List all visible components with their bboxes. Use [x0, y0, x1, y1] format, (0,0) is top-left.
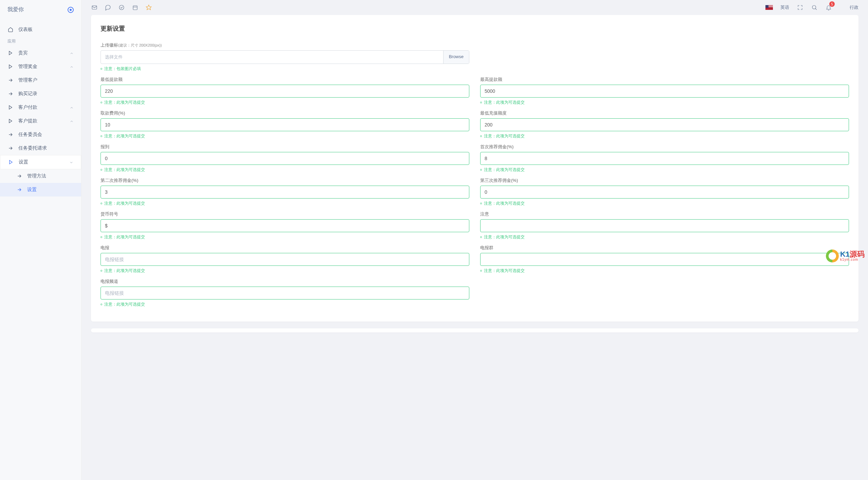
field-note: 注意：此项为可选提交: [480, 167, 849, 173]
checkin-label: 报到: [101, 144, 469, 150]
settings-card: 更新设置 上传徽标(建议：尺寸 200X200(px)) 选择文件 Browse…: [91, 15, 858, 322]
nav-label: 设置: [19, 159, 65, 165]
nav-label: 客户提款: [18, 118, 65, 124]
checkin-group: [101, 152, 469, 165]
min-withdraw-group: [101, 85, 469, 98]
currency-label: 货币符号: [101, 211, 469, 217]
max-withdraw-input[interactable]: [481, 85, 840, 97]
min-withdraw-label: 最低提款额: [101, 76, 469, 83]
fullscreen-icon[interactable]: [797, 4, 803, 11]
calendar-icon[interactable]: [132, 4, 139, 11]
telegram-group-label: 电报群: [480, 245, 849, 251]
arrow-icon: [16, 187, 22, 192]
flag-icon: [765, 5, 773, 10]
telegram-group-input[interactable]: [481, 253, 840, 265]
nav-label: 管理奖金: [18, 64, 65, 70]
sidebar-header: 我爱你: [0, 0, 81, 19]
nav-label: 贵宾: [18, 50, 65, 56]
admin-label[interactable]: 行政: [850, 4, 858, 11]
telegram-group: [101, 253, 469, 266]
check-icon: [461, 220, 469, 226]
second-ref-input[interactable]: [101, 186, 461, 198]
second-ref-group: [101, 186, 469, 199]
telegram-input[interactable]: [101, 253, 461, 265]
browse-button[interactable]: Browse: [443, 51, 469, 64]
language-label[interactable]: 英语: [780, 4, 789, 11]
notice-input[interactable]: [481, 220, 840, 232]
nav-settings-sub[interactable]: 设置: [0, 183, 81, 196]
upload-label: 上传徽标(建议：尺寸 200X200(px)): [101, 42, 469, 48]
svg-marker-1: [9, 65, 12, 69]
field-note: 注意：此项为可选提交: [101, 302, 469, 307]
arrow-icon: [7, 132, 14, 137]
field-note: 注意：此项为可选提交: [101, 268, 469, 274]
mail-icon[interactable]: [91, 4, 98, 11]
check-circle-icon[interactable]: [118, 4, 125, 11]
nav-settings[interactable]: 设置: [0, 155, 81, 169]
svg-point-12: [119, 5, 124, 10]
third-ref-label: 第三次推荐佣金(%): [480, 177, 849, 184]
target-icon[interactable]: [68, 7, 74, 13]
nav-label: 任务委托请求: [18, 145, 74, 151]
field-note: 注意：此项为可选提交: [101, 167, 469, 173]
nav-requests[interactable]: 任务委托请求: [0, 141, 81, 155]
nav-payments[interactable]: 客户付款: [0, 101, 81, 114]
main: 英语 5 行政 更新设置 上传徽标(建议：尺寸 200X200(px)): [82, 0, 868, 480]
file-placeholder[interactable]: 选择文件: [101, 51, 443, 64]
field-note: 注意：此项为可选提交: [480, 201, 849, 206]
svg-rect-13: [133, 6, 137, 10]
nav-manage-methods[interactable]: 管理方法: [0, 169, 81, 183]
nav-label: 管理方法: [27, 173, 74, 179]
svg-point-16: [812, 5, 816, 9]
nav-customers[interactable]: 管理客户: [0, 73, 81, 87]
withdraw-fee-input[interactable]: [101, 119, 461, 131]
nav-label: 购买记录: [18, 91, 74, 97]
nav-committee[interactable]: 任务委员会: [0, 128, 81, 141]
second-ref-label: 第二次推荐佣金(%): [101, 177, 469, 184]
check-icon: [840, 119, 849, 125]
first-ref-input[interactable]: [481, 152, 840, 165]
star-icon[interactable]: [145, 4, 152, 11]
search-icon[interactable]: [811, 4, 818, 11]
withdraw-fee-group: [101, 118, 469, 131]
field-note: 注意：此项为可选提交: [480, 133, 849, 139]
field-note: 注意：此项为可选提交: [101, 234, 469, 240]
telegram-channel-input[interactable]: [101, 287, 461, 299]
check-icon: [461, 119, 469, 125]
nav-label: 仪表板: [18, 27, 74, 33]
notice-group: [480, 219, 849, 232]
third-ref-input[interactable]: [481, 186, 840, 198]
currency-group: [101, 219, 469, 232]
min-recharge-label: 最低充值额度: [480, 110, 849, 116]
svg-marker-5: [9, 119, 12, 123]
arrow-icon: [7, 91, 14, 97]
max-withdraw-label: 最高提款额: [480, 76, 849, 83]
check-icon: [461, 253, 469, 259]
check-icon: [840, 152, 849, 158]
nav-withdrawals[interactable]: 客户提款: [0, 114, 81, 128]
nav-section-apps: 应用: [0, 36, 81, 46]
sidebar-nav: 仪表板 应用 贵宾 管理奖金 管理客户 购买记录: [0, 19, 81, 196]
check-icon: [840, 220, 849, 226]
notifications-icon[interactable]: 5: [825, 4, 832, 11]
min-withdraw-input[interactable]: [101, 85, 461, 97]
telegram-label: 电报: [101, 245, 469, 251]
play-icon: [8, 159, 14, 165]
min-recharge-input[interactable]: [481, 119, 840, 131]
telegram-channel-group: [101, 287, 469, 299]
checkin-input[interactable]: [101, 152, 461, 165]
nav-vip[interactable]: 贵宾: [0, 46, 81, 60]
next-card-peek: [91, 328, 858, 332]
nav-label: 管理客户: [18, 77, 74, 83]
nav-purchases[interactable]: 购买记录: [0, 87, 81, 101]
svg-line-17: [815, 8, 817, 10]
topbar-left: [91, 4, 152, 11]
nav-bonus[interactable]: 管理奖金: [0, 60, 81, 73]
currency-input[interactable]: [101, 220, 461, 232]
field-note: 注意：此项为可选提交: [480, 234, 849, 240]
chat-icon[interactable]: [105, 4, 111, 11]
sidebar: 我爱你 仪表板 应用 贵宾 管理奖金 管理客户: [0, 0, 82, 480]
nav-dashboard[interactable]: 仪表板: [0, 23, 81, 36]
chevron-up-icon: [70, 105, 74, 109]
play-icon: [7, 64, 14, 69]
